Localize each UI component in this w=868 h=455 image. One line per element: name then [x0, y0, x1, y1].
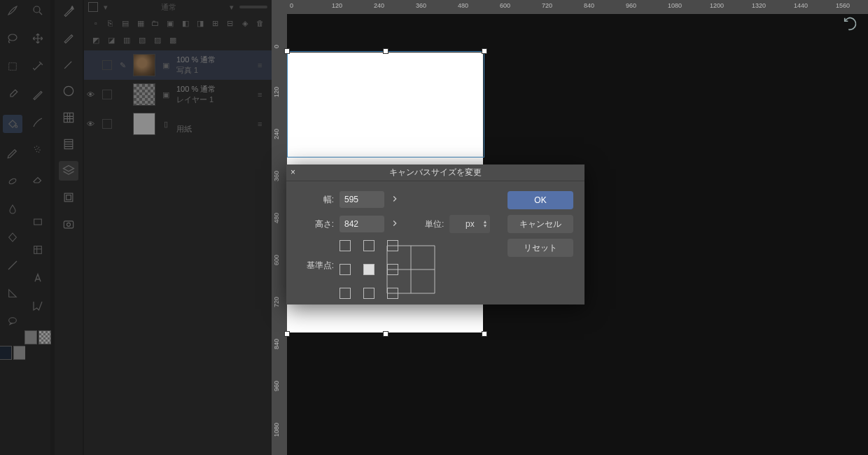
layer-row[interactable]: 👁 ▣ 100 % 通常 レイヤー 1 ≡	[84, 80, 272, 109]
chevron-right-icon[interactable]	[390, 194, 401, 205]
panel-film-icon[interactable]	[59, 134, 78, 154]
handle-tr[interactable]	[482, 48, 487, 54]
layer-menu-icon[interactable]: ≡	[258, 61, 269, 69]
eraser-icon[interactable]	[30, 171, 46, 186]
width-input[interactable]	[340, 191, 384, 208]
zoom-icon[interactable]	[30, 3, 46, 18]
brush2-icon[interactable]	[30, 115, 46, 130]
rhombus-icon[interactable]	[5, 230, 20, 245]
panel-grid-icon[interactable]	[59, 108, 78, 127]
tb-icon[interactable]: ▣	[164, 17, 176, 29]
anchor-cell[interactable]	[340, 240, 351, 251]
lasso-icon[interactable]	[5, 31, 20, 46]
new-layer-icon[interactable]: ▫	[90, 17, 102, 29]
anchor-cell[interactable]	[387, 288, 398, 299]
swatch-bg[interactable]	[13, 346, 26, 360]
move-icon[interactable]	[30, 31, 46, 46]
panel-box-icon[interactable]	[59, 188, 78, 207]
text-icon[interactable]	[30, 270, 46, 286]
cancel-button[interactable]: キャンセル	[507, 215, 573, 233]
tb-icon[interactable]: ▦	[134, 17, 146, 29]
correction-icon[interactable]	[30, 298, 46, 314]
panel-camera-icon[interactable]	[59, 214, 78, 234]
color-swatches[interactable]	[0, 346, 26, 360]
frame-icon[interactable]	[30, 242, 46, 258]
panel-layers-icon[interactable]	[59, 161, 78, 181]
canvas-rotate-icon[interactable]	[843, 15, 858, 31]
handle-bl[interactable]	[284, 331, 290, 337]
visibility-icon[interactable]: 👁	[87, 120, 98, 128]
speech-icon[interactable]	[5, 314, 20, 329]
handle-bm[interactable]	[383, 331, 388, 337]
layer-check[interactable]	[102, 90, 112, 99]
tb2-icon[interactable]: ▥	[120, 34, 133, 46]
tb-icon[interactable]: ⊟	[224, 17, 236, 29]
line-icon[interactable]	[5, 258, 20, 273]
tb-icon[interactable]: ⎘	[104, 17, 116, 29]
anchor-cell[interactable]	[363, 288, 374, 299]
chevron-right-icon[interactable]	[390, 218, 401, 230]
swatch-fg[interactable]	[0, 346, 12, 360]
panel-circle-icon[interactable]	[59, 81, 78, 101]
height-input[interactable]	[340, 216, 384, 232]
tb2-icon[interactable]: ◪	[105, 34, 118, 46]
anchor-cell[interactable]	[340, 288, 351, 299]
triangle-icon[interactable]	[5, 286, 20, 301]
tb-icon[interactable]: ◈	[239, 17, 251, 29]
layer-row[interactable]: 👁 ▯ 用紙 ≡	[84, 109, 272, 139]
tb-icon[interactable]: ◧	[179, 17, 191, 29]
swatch-fg-b[interactable]	[24, 330, 37, 344]
tb-icon[interactable]: ▤	[120, 17, 132, 29]
tb2-icon[interactable]: ◩	[90, 34, 102, 46]
anchor-cell[interactable]	[363, 240, 374, 251]
pen2-icon[interactable]	[30, 87, 46, 102]
close-icon[interactable]: ×	[290, 167, 302, 178]
handle-br[interactable]	[482, 331, 487, 337]
ok-button[interactable]: OK	[507, 191, 573, 209]
reset-button[interactable]: リセット	[507, 239, 573, 257]
dialog-titlebar[interactable]: × キャンバスサイズを変更	[286, 164, 584, 181]
tool-column-b	[25, 0, 50, 455]
layer-check[interactable]	[102, 119, 112, 129]
wand-icon[interactable]	[30, 59, 46, 74]
drop-icon[interactable]	[5, 202, 20, 217]
eyedropper-icon[interactable]	[5, 87, 20, 102]
opacity-slider[interactable]	[239, 6, 267, 8]
spray-icon[interactable]	[30, 143, 46, 158]
unit-select[interactable]: px ▲▼	[449, 215, 490, 233]
bucket-icon[interactable]	[3, 115, 22, 133]
panel-pen-a3-icon[interactable]	[59, 55, 78, 74]
rect-icon[interactable]	[30, 214, 46, 230]
layer-check[interactable]	[102, 60, 112, 70]
marquee-icon[interactable]	[5, 59, 20, 74]
handle-tm[interactable]	[383, 48, 388, 54]
panel-pen-a-icon[interactable]: A	[59, 1, 78, 21]
folder-icon[interactable]: 🗀	[149, 17, 161, 29]
brush-icon[interactable]	[5, 3, 20, 18]
tb2-icon[interactable]: ▩	[167, 34, 179, 46]
layers-header-check[interactable]	[88, 2, 98, 12]
stepper-arrows-icon[interactable]: ▲▼	[482, 220, 487, 228]
tb2-icon[interactable]: ▧	[136, 34, 148, 46]
selection-rect[interactable]	[287, 51, 484, 158]
handle-tl[interactable]	[284, 48, 290, 54]
layer-menu-icon[interactable]: ≡	[258, 120, 269, 128]
swatch-transparent[interactable]	[38, 330, 51, 344]
pen-icon[interactable]	[5, 146, 20, 161]
edit-icon[interactable]: ✎	[116, 59, 129, 71]
panel-pen-a2-icon[interactable]	[59, 28, 78, 48]
anchor-cell[interactable]	[387, 240, 398, 251]
blend-mode-label[interactable]: 通常	[113, 2, 224, 13]
anchor-cell-selected[interactable]	[363, 264, 374, 275]
tb-icon[interactable]: ◨	[194, 17, 206, 29]
layer-menu-icon[interactable]: ≡	[258, 90, 269, 99]
tb-icon[interactable]: ⊞	[209, 17, 221, 29]
tb2-icon[interactable]: ▨	[151, 34, 164, 46]
color-swatches-b[interactable]	[24, 330, 51, 344]
trash-icon[interactable]: 🗑	[254, 17, 266, 29]
visibility-icon[interactable]: 👁	[87, 90, 98, 99]
anchor-cell[interactable]	[387, 264, 398, 275]
anchor-cell[interactable]	[340, 264, 351, 275]
blend-icon[interactable]	[5, 174, 20, 189]
layer-row[interactable]: ✎ ▣ 100 % 通常 写真 1 ≡	[84, 50, 272, 80]
